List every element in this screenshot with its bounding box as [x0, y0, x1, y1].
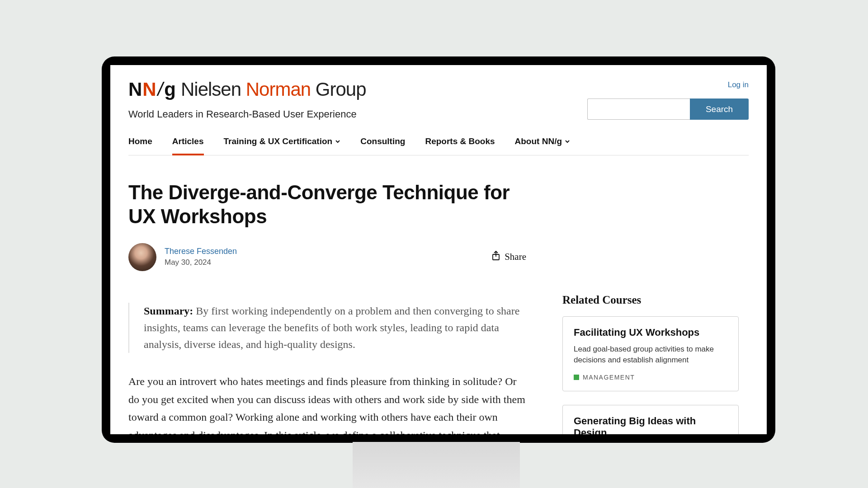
nav-item-label: Reports & Books: [425, 136, 495, 146]
tagline: World Leaders in Research-Based User Exp…: [128, 108, 366, 120]
chevron-down-icon: [335, 136, 340, 146]
login-link[interactable]: Log in: [728, 80, 749, 89]
logo-n2: N: [142, 79, 156, 100]
search-button[interactable]: Search: [690, 99, 749, 120]
brand-text-1: Nielsen: [181, 79, 246, 100]
course-tag: MANAGEMENT: [574, 374, 727, 381]
search-form: Search: [587, 99, 749, 120]
author-name-link[interactable]: Therese Fessenden: [165, 247, 237, 256]
page-content: N N / g Nielsen Norman Group World Leade…: [110, 65, 767, 434]
course-description: Lead goal-based group activities to make…: [574, 344, 727, 366]
byline-row: Therese Fessenden May 30, 2024: [128, 243, 526, 271]
author-avatar[interactable]: [128, 243, 156, 271]
nav-item-reports-books[interactable]: Reports & Books: [425, 136, 495, 155]
monitor-stand: [353, 442, 520, 488]
logo-g: g: [164, 79, 175, 100]
author-block: Therese Fessenden May 30, 2024: [128, 243, 237, 271]
summary-label: Summary:: [144, 305, 193, 317]
summary-block: Summary: By first working independently …: [128, 303, 526, 353]
tag-color-square: [574, 375, 579, 380]
main-nav: HomeArticlesTraining & UX CertificationC…: [128, 136, 749, 155]
chevron-down-icon: [565, 136, 570, 146]
main-area: The Diverge-and-Converge Technique for U…: [128, 181, 749, 434]
course-title: Generating Big Ideas with Design: [574, 415, 727, 434]
nav-item-about-nn-g[interactable]: About NN/g: [515, 136, 570, 155]
nav-item-label: Training & UX Certification: [224, 136, 333, 146]
nav-item-articles[interactable]: Articles: [172, 136, 204, 155]
nav-item-label: Consulting: [360, 136, 405, 146]
summary-text: By first working independently on a prob…: [144, 305, 519, 350]
article-body-p1: Are you an introvert who hates meetings …: [128, 373, 526, 434]
nav-item-home[interactable]: Home: [128, 136, 152, 155]
top-right: Log in Search: [587, 79, 749, 120]
course-card[interactable]: Generating Big Ideas with Design: [562, 405, 739, 434]
sidebar-column: Related Courses Facilitating UX Workshop…: [562, 181, 739, 434]
logo-n1: N: [128, 79, 142, 100]
courses-list: Facilitating UX WorkshopsLead goal-based…: [562, 316, 739, 434]
brand-text: Nielsen Norman Group: [181, 79, 366, 100]
nav-item-label: Home: [128, 136, 152, 146]
nav-item-label: Articles: [172, 136, 204, 146]
brand-text-3: Group: [311, 79, 366, 100]
share-button[interactable]: Share: [492, 251, 526, 263]
topbar: N N / g Nielsen Norman Group World Leade…: [128, 79, 749, 120]
tag-label: MANAGEMENT: [583, 374, 635, 381]
nav-item-label: About NN/g: [515, 136, 562, 146]
share-label: Share: [505, 251, 526, 263]
screen: N N / g Nielsen Norman Group World Leade…: [110, 65, 767, 434]
share-icon: [492, 251, 500, 263]
course-title: Facilitating UX Workshops: [574, 327, 727, 338]
logo-slash: /: [158, 79, 163, 100]
brand-text-2: Norman: [246, 79, 311, 100]
nav-item-training-ux-certification[interactable]: Training & UX Certification: [224, 136, 341, 155]
brand-block: N N / g Nielsen Norman Group World Leade…: [128, 79, 366, 120]
course-card[interactable]: Facilitating UX WorkshopsLead goal-based…: [562, 316, 739, 391]
search-input[interactable]: [587, 99, 690, 120]
monitor-frame: N N / g Nielsen Norman Group World Leade…: [102, 56, 775, 443]
author-meta: Therese Fessenden May 30, 2024: [165, 247, 237, 267]
nav-item-consulting[interactable]: Consulting: [360, 136, 405, 155]
article-column: The Diverge-and-Converge Technique for U…: [128, 181, 526, 434]
article-date: May 30, 2024: [165, 258, 237, 267]
related-courses-heading: Related Courses: [562, 294, 739, 306]
article-title: The Diverge-and-Converge Technique for U…: [128, 181, 526, 229]
logo[interactable]: N N / g Nielsen Norman Group: [128, 79, 366, 100]
